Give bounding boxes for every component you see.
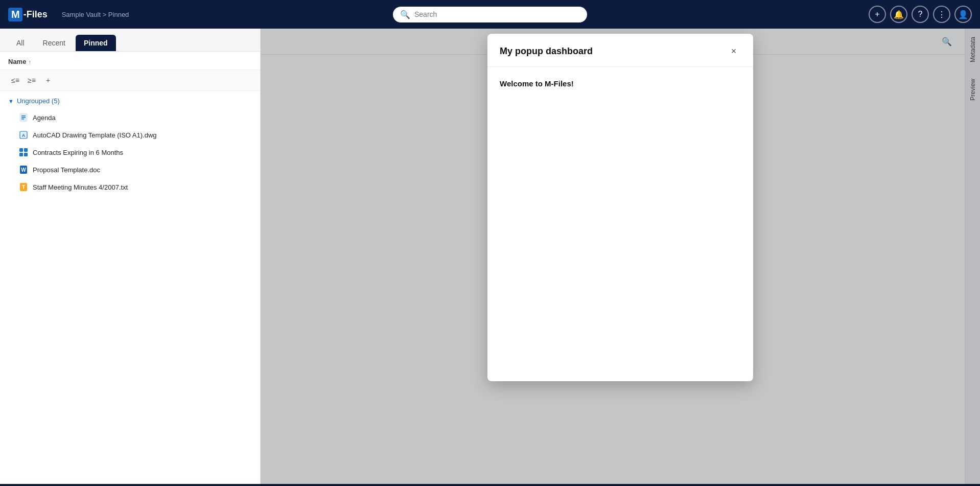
popup-close-button[interactable]: × bbox=[727, 44, 741, 58]
more-button[interactable]: ⋮ bbox=[933, 6, 950, 23]
svg-rect-9 bbox=[24, 153, 28, 156]
svg-rect-1 bbox=[21, 115, 26, 117]
search-bar[interactable]: 🔍 bbox=[393, 7, 587, 22]
svg-rect-3 bbox=[21, 119, 24, 120]
list-item[interactable]: W Proposal Template.doc bbox=[0, 161, 260, 178]
file-icon-agenda bbox=[18, 112, 29, 123]
expand-all-button[interactable]: ≥≡ bbox=[25, 73, 39, 87]
add-icon: + bbox=[875, 10, 879, 19]
tab-all[interactable]: All bbox=[8, 35, 33, 51]
list-item[interactable]: Agenda bbox=[0, 109, 260, 126]
file-name-agenda: Agenda bbox=[33, 114, 56, 122]
file-icon-staff: T bbox=[18, 182, 29, 192]
svg-rect-7 bbox=[24, 148, 28, 152]
collapse-all-button[interactable]: ≤≡ bbox=[8, 73, 22, 87]
file-name-staff: Staff Meeting Minutes 4/2007.txt bbox=[33, 183, 128, 191]
list-item[interactable]: T Staff Meeting Minutes 4/2007.txt bbox=[0, 178, 260, 196]
name-header: Name ↑ bbox=[0, 52, 260, 70]
group-header-ungrouped[interactable]: ▼ Ungrouped (5) bbox=[0, 93, 260, 109]
collapse-all-icon: ≤≡ bbox=[11, 76, 19, 84]
file-icon-autocad: A bbox=[18, 130, 29, 140]
file-name-autocad: AutoCAD Drawing Template (ISO A1).dwg bbox=[33, 131, 157, 139]
name-column-label: Name bbox=[8, 58, 26, 65]
search-input[interactable] bbox=[414, 10, 580, 18]
user-icon: 👤 bbox=[958, 10, 968, 19]
right-panel: 🔍 My popup dashboard × Welcome to M-File… bbox=[261, 29, 980, 486]
svg-rect-2 bbox=[21, 117, 26, 118]
add-group-icon: + bbox=[46, 76, 50, 84]
help-button[interactable]: ? bbox=[912, 6, 929, 23]
logo: M -Files bbox=[8, 8, 48, 21]
svg-rect-6 bbox=[19, 148, 23, 152]
left-panel: All Recent Pinned Name ↑ ≤≡ ≥≡ + bbox=[0, 29, 261, 486]
expand-all-icon: ≥≡ bbox=[28, 76, 36, 84]
tabs-bar: All Recent Pinned bbox=[0, 29, 260, 52]
help-icon: ? bbox=[918, 10, 923, 19]
file-name-contracts: Contracts Expiring in 6 Months bbox=[33, 149, 123, 156]
svg-text:W: W bbox=[21, 167, 26, 173]
svg-rect-8 bbox=[19, 153, 23, 156]
user-button[interactable]: 👤 bbox=[954, 6, 972, 23]
tab-recent[interactable]: Recent bbox=[35, 35, 74, 51]
bell-icon: 🔔 bbox=[894, 10, 904, 19]
main-layout: All Recent Pinned Name ↑ ≤≡ ≥≡ + bbox=[0, 29, 980, 486]
list-toolbar: ≤≡ ≥≡ + bbox=[0, 70, 260, 91]
chevron-down-icon: ▼ bbox=[8, 98, 14, 104]
list-item[interactable]: Contracts Expiring in 6 Months bbox=[0, 144, 260, 161]
popup-modal: My popup dashboard × Welcome to M-Files! bbox=[487, 34, 753, 381]
popup-body: Welcome to M-Files! bbox=[487, 67, 753, 381]
topbar-icons: + 🔔 ? ⋮ 👤 bbox=[869, 6, 972, 23]
group-label: Ungrouped (5) bbox=[17, 97, 60, 105]
add-group-button[interactable]: + bbox=[41, 73, 55, 87]
logo-files-text: -Files bbox=[24, 9, 48, 20]
notifications-button[interactable]: 🔔 bbox=[890, 6, 907, 23]
svg-text:A: A bbox=[22, 133, 26, 138]
file-icon-contracts bbox=[18, 147, 29, 157]
add-button[interactable]: + bbox=[869, 6, 886, 23]
file-icon-proposal: W bbox=[18, 165, 29, 175]
popup-welcome-text: Welcome to M-Files! bbox=[500, 79, 574, 88]
search-icon: 🔍 bbox=[400, 10, 410, 19]
file-list: ▼ Ungrouped (5) Agenda bbox=[0, 91, 260, 198]
svg-text:T: T bbox=[22, 184, 25, 190]
file-list-area: Name ↑ ≤≡ ≥≡ + ▼ Ungrouped (5) bbox=[0, 52, 260, 486]
logo-m-letter: M bbox=[8, 8, 22, 21]
topbar: M -Files Sample Vault > Pinned 🔍 + 🔔 ? ⋮… bbox=[0, 0, 980, 29]
sort-arrow-icon: ↑ bbox=[28, 59, 31, 65]
popup-overlay: My popup dashboard × Welcome to M-Files! bbox=[261, 29, 980, 486]
file-name-proposal: Proposal Template.doc bbox=[33, 166, 100, 174]
tab-pinned[interactable]: Pinned bbox=[76, 35, 116, 51]
list-item[interactable]: A AutoCAD Drawing Template (ISO A1).dwg bbox=[0, 126, 260, 144]
popup-header: My popup dashboard × bbox=[487, 34, 753, 67]
popup-title: My popup dashboard bbox=[500, 46, 593, 57]
breadcrumb: Sample Vault > Pinned bbox=[62, 11, 129, 18]
more-icon: ⋮ bbox=[938, 10, 946, 19]
